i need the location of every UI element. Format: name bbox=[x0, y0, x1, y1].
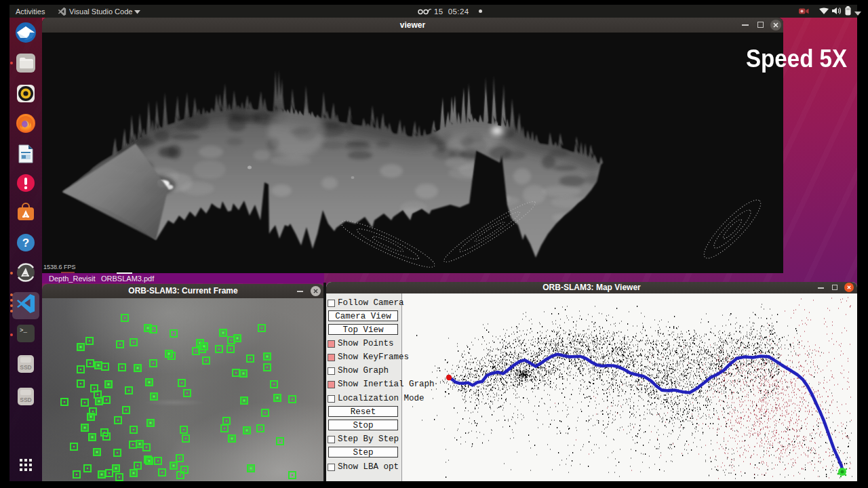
svg-text:SSD: SSD bbox=[20, 396, 31, 403]
svg-text:SSD: SSD bbox=[20, 364, 31, 371]
svg-text:?: ? bbox=[22, 237, 29, 249]
svg-text:>_: >_ bbox=[20, 327, 27, 334]
